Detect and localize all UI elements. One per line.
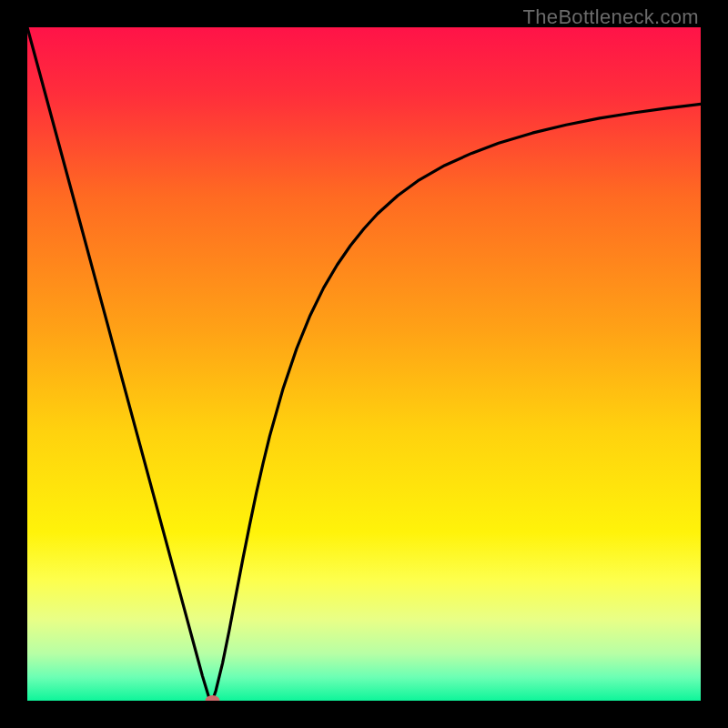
gradient-background	[27, 27, 701, 701]
bottleneck-chart	[27, 27, 701, 701]
chart-frame	[27, 27, 701, 701]
watermark-text: TheBottleneck.com	[523, 5, 699, 29]
